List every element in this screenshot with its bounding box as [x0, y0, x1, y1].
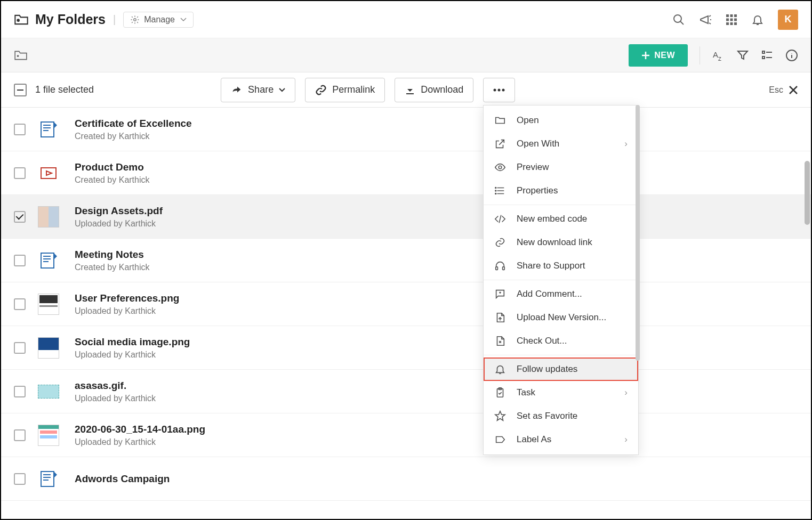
more-actions-button[interactable]	[483, 78, 515, 102]
file-info: asasas.gif.Uploaded by Karthick	[75, 380, 156, 403]
file-row[interactable]: Product DemoCreated by Karthick	[1, 151, 811, 195]
file-row[interactable]: Certificate of ExcellenceCreated by Kart…	[1, 108, 811, 151]
gear-icon	[130, 15, 140, 25]
file-info: 2020-06-30_15-14-01aa.pngUploaded by Kar…	[75, 424, 205, 447]
menu-share-support[interactable]: Share to Support	[484, 254, 638, 278]
svg-point-20	[502, 88, 505, 91]
download-label: Download	[421, 84, 463, 95]
menu-preview[interactable]: Preview	[484, 156, 638, 179]
menu-follow-updates[interactable]: Follow updates	[484, 358, 638, 381]
file-row[interactable]: Meeting NotesCreated by Karthick	[1, 239, 811, 282]
bell-icon	[494, 363, 506, 375]
file-thumbnail	[37, 118, 60, 141]
menu-separator	[484, 205, 638, 205]
menu-new-download-link[interactable]: New download link	[484, 231, 638, 254]
share-label: Share	[248, 84, 274, 95]
svg-rect-15	[762, 51, 765, 53]
svg-text:z: z	[718, 55, 721, 62]
file-checkbox[interactable]	[14, 167, 26, 179]
new-button[interactable]: NEW	[629, 44, 688, 67]
menu-separator	[484, 355, 638, 355]
menu-new-embed[interactable]: New embed code	[484, 207, 638, 231]
select-all-checkbox[interactable]	[14, 84, 27, 96]
bell-icon[interactable]	[751, 13, 764, 26]
file-checkbox[interactable]	[14, 473, 26, 485]
menu-open[interactable]: Open	[484, 109, 638, 132]
context-menu-scrollbar[interactable]	[636, 105, 640, 361]
page-scrollbar[interactable]	[805, 161, 810, 225]
menu-upload-version[interactable]: Upload New Version...	[484, 306, 638, 329]
list-view-icon[interactable]	[761, 49, 774, 62]
menu-set-favorite[interactable]: Set as Favorite	[484, 404, 638, 428]
megaphone-icon[interactable]	[699, 13, 712, 26]
tag-icon	[494, 434, 506, 445]
svg-point-28	[495, 193, 496, 194]
sort-icon[interactable]: Az	[712, 49, 725, 62]
download-button[interactable]: Download	[395, 78, 473, 102]
info-icon[interactable]	[785, 49, 798, 62]
close-selection[interactable]: Esc	[769, 85, 798, 95]
permalink-label: Permalink	[332, 84, 375, 95]
file-row[interactable]: User Preferences.pngUploaded by Karthick	[1, 282, 811, 326]
ellipsis-icon	[493, 88, 505, 92]
search-icon[interactable]	[672, 13, 685, 26]
menu-open-with[interactable]: Open With ›	[484, 132, 638, 156]
file-meta: Uploaded by Karthick	[75, 219, 163, 229]
file-row[interactable]: Design Assets.pdfUploaded by Karthick	[1, 195, 811, 239]
manage-button[interactable]: Manage	[123, 12, 194, 28]
eye-icon	[494, 161, 506, 173]
filter-icon[interactable]	[736, 49, 749, 62]
svg-rect-30	[503, 267, 505, 270]
permalink-button[interactable]: Permalink	[305, 78, 385, 102]
upload-version-icon	[494, 312, 506, 323]
menu-label-as[interactable]: Label As ›	[484, 428, 638, 451]
external-link-icon	[494, 138, 506, 150]
svg-rect-22	[41, 168, 56, 178]
file-checkbox[interactable]	[14, 255, 26, 266]
comment-icon	[494, 288, 506, 300]
file-checkbox[interactable]	[14, 298, 26, 310]
share-icon	[231, 85, 243, 95]
file-checkbox[interactable]	[14, 386, 26, 397]
file-meta: Uploaded by Karthick	[75, 437, 205, 447]
page-title: My Folders	[35, 12, 106, 27]
svg-rect-24	[41, 472, 54, 486]
file-row[interactable]: 2020-06-30_15-14-01aa.pngUploaded by Kar…	[1, 413, 811, 457]
file-row[interactable]: asasas.gif.Uploaded by Karthick	[1, 370, 811, 413]
breadcrumb-folder-icon[interactable]	[14, 50, 28, 61]
file-checkbox[interactable]	[14, 429, 26, 441]
svg-rect-3	[726, 14, 729, 17]
file-checkbox[interactable]	[14, 342, 26, 354]
download-icon	[405, 85, 415, 95]
file-row[interactable]: Adwords Campaign	[1, 457, 811, 501]
file-thumbnail	[37, 206, 60, 228]
link-download-icon	[494, 237, 506, 248]
apps-grid-icon[interactable]	[726, 14, 737, 26]
menu-properties[interactable]: Properties	[484, 179, 638, 202]
file-meta: Uploaded by Karthick	[75, 306, 179, 316]
file-list: Certificate of ExcellenceCreated by Kart…	[1, 108, 811, 501]
chevron-right-icon: ›	[624, 387, 628, 398]
divider	[700, 46, 700, 64]
file-checkbox[interactable]	[14, 124, 26, 135]
svg-point-1	[134, 18, 136, 21]
menu-add-comment[interactable]: Add Comment...	[484, 282, 638, 306]
folder-icon	[494, 115, 506, 126]
svg-text:A: A	[713, 50, 718, 59]
file-info: Adwords Campaign	[75, 473, 170, 485]
menu-task[interactable]: Task ›	[484, 381, 638, 404]
esc-label: Esc	[769, 85, 783, 95]
file-checkbox[interactable]	[14, 211, 26, 223]
svg-rect-29	[496, 267, 498, 270]
file-info: User Preferences.pngUploaded by Karthick	[75, 292, 179, 316]
headset-icon	[494, 260, 506, 272]
menu-check-out[interactable]: Check Out...	[484, 329, 638, 353]
divider: |	[113, 13, 116, 26]
file-row[interactable]: Social media image.pngUploaded by Karthi…	[1, 326, 811, 370]
file-name: asasas.gif.	[75, 380, 156, 392]
svg-rect-5	[734, 14, 737, 17]
share-button[interactable]: Share	[221, 78, 295, 102]
avatar[interactable]: K	[778, 10, 798, 30]
file-thumbnail	[37, 468, 60, 490]
file-name: Product Demo	[75, 161, 150, 173]
